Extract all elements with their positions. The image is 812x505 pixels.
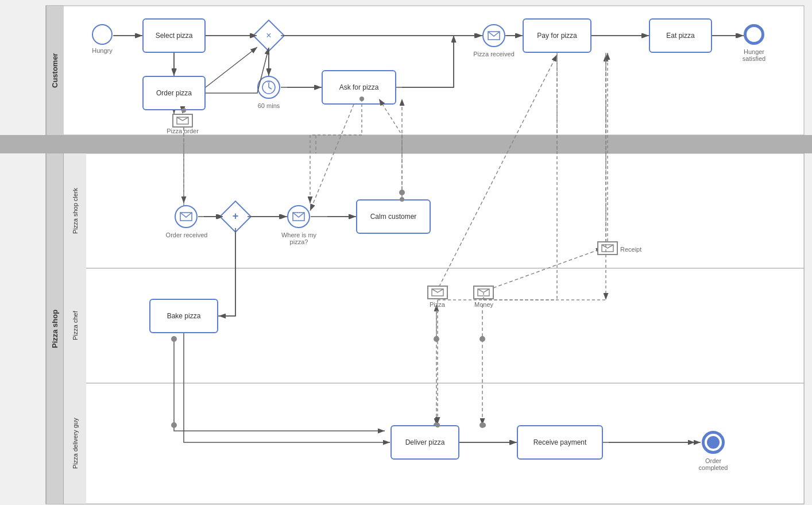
customer-pool-label: Customer [46, 6, 63, 135]
pay-for-pizza-task[interactable]: Pay for pizza [523, 18, 591, 53]
receipt-msg-object [597, 241, 618, 255]
eat-pizza-task[interactable]: Eat pizza [649, 18, 712, 53]
ask-for-pizza-task[interactable]: Ask for pizza [322, 70, 396, 105]
money-label: Money [474, 301, 493, 308]
svg-point-40 [480, 336, 485, 342]
svg-point-39 [434, 336, 439, 342]
pizza-shop-clerk-lane-label: Pizza shop clerk [63, 153, 86, 268]
pizza-label: Pizza [430, 301, 445, 308]
calm-customer-task[interactable]: Calm customer [356, 199, 431, 234]
receipt-label: Receipt [620, 246, 641, 253]
timer-60mins-event[interactable] [257, 76, 280, 99]
svg-point-51 [399, 190, 405, 195]
order-completed-event[interactable] [702, 431, 725, 454]
hungry-start-event[interactable] [92, 24, 113, 45]
svg-line-54 [269, 87, 272, 89]
pizza-msg-object [427, 286, 448, 299]
select-pizza-task[interactable]: Select pizza [142, 18, 206, 53]
hunger-satisfied-event[interactable] [744, 24, 764, 45]
svg-line-29 [482, 248, 603, 292]
gateway-x-icon: × [261, 28, 276, 43]
svg-rect-9 [63, 153, 804, 268]
svg-point-93 [481, 423, 486, 427]
pizza-order-msg-object [172, 114, 193, 128]
diagram-container: Customer Hungry Select pizza Order pizza… [0, 0, 812, 505]
pizza-delivery-lane-label: Pizza delivery guy [63, 383, 86, 504]
hunger-satisfied-label: Hunger satisfied [732, 48, 776, 62]
svg-point-44 [171, 336, 177, 342]
pizza-chef-lane-label: Pizza chef [63, 268, 86, 383]
timer-60mins-label: 60 mins [256, 102, 282, 109]
where-is-my-pizza-event[interactable] [287, 205, 310, 228]
order-received-label: Order received [164, 232, 210, 238]
bake-pizza-task[interactable]: Bake pizza [149, 299, 218, 333]
hungry-label: Hungry [87, 47, 117, 54]
receive-payment-task[interactable]: Receive payment [517, 425, 603, 460]
svg-rect-5 [0, 135, 812, 153]
pizza-shop-pool-label: Pizza shop [46, 153, 63, 504]
gateway-plus-icon: + [229, 209, 242, 223]
where-is-my-pizza-label: Where is my pizza? [274, 232, 324, 245]
order-received-event[interactable] [175, 205, 198, 228]
svg-line-24 [206, 47, 257, 87]
svg-line-28 [436, 55, 557, 292]
order-completed-label: Order completed [690, 457, 736, 471]
svg-point-42 [480, 422, 485, 428]
deliver-pizza-task[interactable]: Deliver pizza [390, 425, 459, 460]
pizza-order-label: Pizza order [164, 128, 202, 134]
pizza-received-label: Pizza received [471, 51, 517, 57]
money-msg-object [473, 286, 494, 299]
order-pizza-task[interactable]: Order pizza [142, 76, 206, 110]
svg-point-43 [171, 422, 177, 428]
svg-line-26 [310, 99, 356, 211]
pizza-received-event[interactable] [482, 24, 505, 47]
